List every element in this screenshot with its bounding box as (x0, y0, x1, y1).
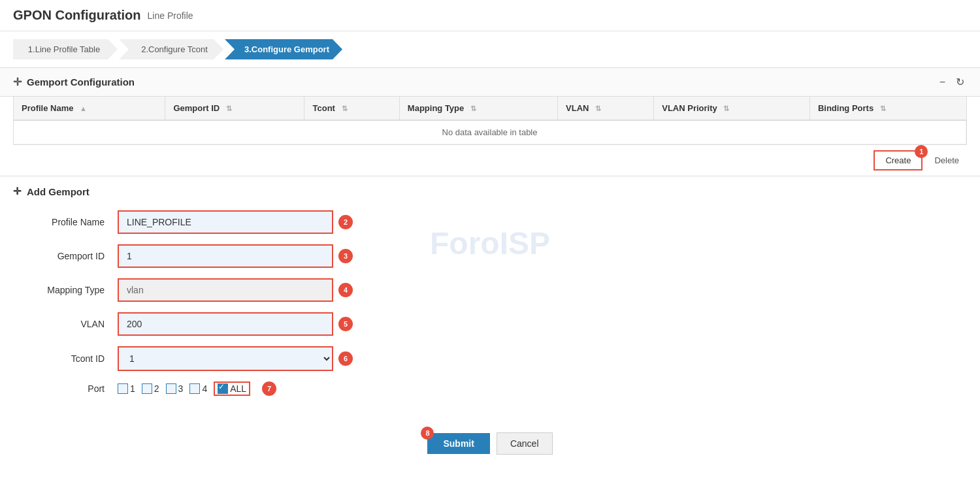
port-item-3: 3 (166, 383, 184, 394)
vlan-badge: 5 (338, 317, 353, 331)
port-label-2: 2 (154, 383, 159, 394)
gemport-id-label: Gemport ID (13, 251, 118, 261)
form-buttons: 8 Submit Cancel (0, 432, 980, 468)
port-checkbox-4[interactable] (189, 383, 200, 394)
port-item-2: 2 (142, 383, 159, 394)
step-2[interactable]: 2.Configure Tcont (119, 39, 223, 59)
sort-icon-tcont: ⇅ (342, 105, 348, 112)
port-checkboxes: 1 2 3 4 ALL 7 (118, 381, 276, 396)
port-checkbox-3[interactable] (166, 383, 176, 394)
add-gemport-header: ✛ Add Gemport (0, 176, 980, 204)
port-badge: 7 (262, 381, 276, 396)
tcont-id-select[interactable]: 1 2 3 4 (118, 346, 333, 371)
minimize-button[interactable]: − (937, 74, 948, 89)
submit-badge: 8 (421, 427, 434, 440)
gemport-id-badge: 3 (338, 249, 353, 263)
table-header: Profile Name ▲ Gemport ID ⇅ Tcont ⇅ Mapp… (14, 97, 966, 120)
col-vlan-priority[interactable]: VLAN Priority ⇅ (654, 97, 810, 120)
refresh-button[interactable]: ↻ (953, 74, 967, 89)
gemport-table: Profile Name ▲ Gemport ID ⇅ Tcont ⇅ Mapp… (14, 97, 966, 144)
create-button[interactable]: Create 1 (874, 150, 923, 170)
profile-name-label: Profile Name (13, 217, 118, 227)
cancel-button[interactable]: Cancel (497, 432, 553, 455)
profile-name-input[interactable] (118, 210, 333, 234)
port-item-4: 4 (189, 383, 207, 394)
sort-icon-vlan: ⇅ (595, 105, 601, 112)
page-subtitle: Line Profile (148, 10, 193, 21)
vlan-input[interactable] (118, 312, 333, 336)
submit-button[interactable]: 8 Submit (427, 433, 489, 454)
port-row: Port 1 2 3 4 (13, 381, 608, 396)
col-binding-ports[interactable]: Binding Ports ⇅ (809, 97, 966, 120)
gemport-id-row: Gemport ID 3 (13, 244, 608, 268)
table-row-no-data: No data available in table (14, 120, 966, 144)
gemport-title-text: Gemport Configuration (27, 76, 135, 88)
sort-icon-profile: ▲ (80, 105, 87, 112)
profile-name-row: Profile Name 2 (13, 210, 608, 234)
mapping-type-badge: 4 (338, 283, 353, 297)
add-gemport-form: Profile Name 2 Gemport ID 3 Mapping Type… (0, 204, 621, 419)
create-badge: 1 (915, 145, 928, 158)
gemport-id-input[interactable] (118, 244, 333, 268)
delete-button[interactable]: Delete (926, 150, 967, 170)
table-actions: Create 1 Delete (0, 145, 980, 176)
add-gemport-icon: ✛ (13, 186, 22, 197)
vlan-label: VLAN (13, 319, 118, 329)
col-vlan[interactable]: VLAN ⇅ (558, 97, 654, 120)
profile-name-badge: 2 (338, 215, 353, 229)
port-label-4: 4 (202, 383, 207, 394)
step-1[interactable]: 1.Line Profile Table (13, 39, 118, 59)
tcont-id-row: Tcont ID 1 2 3 4 6 (13, 346, 608, 371)
gemport-id-wrapper: 3 (118, 244, 353, 268)
port-label-1: 1 (130, 383, 135, 394)
gemport-table-container: Profile Name ▲ Gemport ID ⇅ Tcont ⇅ Mapp… (13, 97, 967, 145)
tcont-id-label: Tcont ID (13, 353, 118, 364)
mapping-type-input[interactable] (118, 278, 333, 302)
profile-name-wrapper: 2 (118, 210, 353, 234)
gemport-section-header: ✛ Gemport Configuration − ↻ (0, 67, 980, 97)
table-body: No data available in table (14, 120, 966, 144)
gemport-icon: ✛ (13, 76, 22, 88)
step-3[interactable]: 3.Configure Gemport (225, 39, 342, 59)
mapping-type-wrapper: 4 (118, 278, 353, 302)
add-gemport-title: Add Gemport (27, 186, 90, 197)
gemport-section-title: ✛ Gemport Configuration (13, 76, 135, 88)
col-tcont[interactable]: Tcont ⇅ (304, 97, 399, 120)
mapping-type-label: Mapping Type (13, 285, 118, 295)
col-gemport-id[interactable]: Gemport ID ⇅ (165, 97, 304, 120)
port-all-label: ALL (230, 383, 246, 394)
port-checkbox-1[interactable] (118, 383, 128, 394)
wizard-steps: 1.Line Profile Table 2.Configure Tcont 3… (0, 31, 980, 67)
port-checkbox-2[interactable] (142, 383, 152, 394)
sort-icon-binding: ⇅ (880, 105, 886, 112)
vlan-wrapper: 5 (118, 312, 353, 336)
no-data-message: No data available in table (14, 120, 966, 144)
page-header: GPON Configuration Line Profile (0, 0, 980, 31)
tcont-id-wrapper: 1 2 3 4 6 (118, 346, 353, 371)
port-label-3: 3 (178, 383, 184, 394)
mapping-type-row: Mapping Type 4 (13, 278, 608, 302)
port-item-1: 1 (118, 383, 135, 394)
sort-icon-mapping: ⇅ (470, 105, 476, 112)
col-mapping-type[interactable]: Mapping Type ⇅ (399, 97, 557, 120)
col-profile-name[interactable]: Profile Name ▲ (14, 97, 165, 120)
port-label: Port (13, 383, 118, 394)
sort-icon-gemport: ⇅ (226, 105, 232, 112)
sort-icon-vlan-priority: ⇅ (723, 105, 729, 112)
tcont-id-badge: 6 (338, 351, 353, 366)
port-all-wrapper: ALL (214, 381, 250, 396)
port-wrapper: 1 2 3 4 ALL 7 (118, 381, 444, 396)
page-title: GPON Configuration (13, 8, 141, 23)
section-actions: − ↻ (937, 74, 967, 89)
vlan-row: VLAN 5 (13, 312, 608, 336)
port-checkbox-all[interactable] (218, 383, 228, 394)
